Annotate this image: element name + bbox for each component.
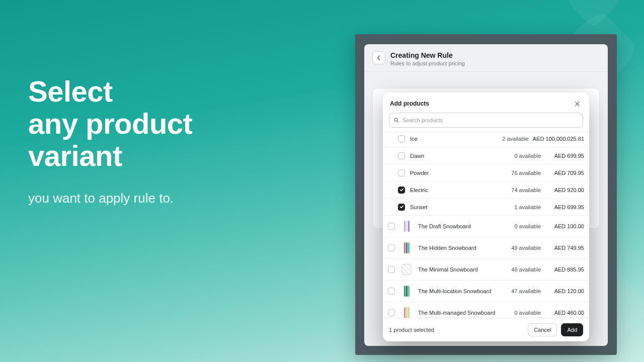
price-label: AED 920.00	[545, 187, 584, 193]
availability-label: 0 available	[514, 153, 541, 159]
availability-label: 48 available	[511, 266, 541, 273]
variant-row[interactable]: Sunset1 availableAED 699.95	[383, 199, 589, 216]
modal-title: Add products	[390, 100, 429, 107]
price-label: AED 885.95	[545, 266, 584, 273]
promo-headline: Select any product variant	[28, 75, 192, 171]
checkbox[interactable]	[388, 244, 395, 251]
promo-subhead: you want to apply rule to.	[28, 191, 192, 206]
page-subtitle: Rules to adjust product pricing	[390, 60, 465, 66]
product-row[interactable]: The Draft Snowboard0 availableAED 100.00	[383, 216, 589, 237]
add-products-modal: Add products Ice2 availableAED 100,000,0…	[383, 93, 589, 341]
availability-label: 1 available	[514, 204, 541, 210]
product-row[interactable]: The Multi-location Snowboard47 available…	[383, 281, 589, 302]
checkbox[interactable]	[398, 152, 405, 159]
availability-label: 2 available	[502, 136, 529, 142]
variant-name: Dawn	[410, 153, 514, 159]
price-label: AED 100,000,025.81	[533, 136, 584, 142]
availability-label: 0 available	[514, 310, 541, 316]
product-name: The Hidden Snowboard	[418, 245, 511, 251]
price-label: AED 460.00	[545, 310, 584, 316]
price-label: AED 699.95	[545, 153, 584, 159]
checkbox[interactable]	[398, 169, 405, 176]
product-row[interactable]: The Minimal Snowboard48 availableAED 885…	[383, 259, 589, 281]
add-button[interactable]: Add	[561, 323, 583, 336]
availability-label: 76 available	[511, 170, 541, 176]
availability-label: 47 available	[511, 288, 541, 294]
arrow-left-icon	[376, 55, 382, 61]
price-label: AED 709.95	[545, 170, 584, 176]
checkbox[interactable]	[398, 135, 405, 142]
search-input[interactable]	[403, 117, 579, 123]
product-thumbnail	[401, 220, 412, 233]
checkbox[interactable]	[388, 309, 395, 316]
product-name: The Draft Snowboard	[418, 223, 514, 229]
check-icon	[399, 205, 404, 209]
availability-label: 74 available	[511, 187, 541, 193]
product-thumbnail	[401, 241, 412, 254]
checkbox[interactable]	[388, 266, 395, 273]
variant-row[interactable]: Dawn0 availableAED 699.95	[383, 147, 589, 164]
availability-label: 0 available	[514, 223, 541, 229]
product-list[interactable]: Ice2 availableAED 100,000,025.81Dawn0 av…	[383, 132, 589, 318]
close-button[interactable]	[572, 99, 582, 109]
product-thumbnail	[401, 285, 412, 298]
variant-name: Sunset	[410, 204, 514, 210]
variant-row[interactable]: Powder76 availableAED 709.95	[383, 164, 589, 182]
back-button[interactable]	[372, 51, 385, 64]
variant-row[interactable]: Ice2 availableAED 100,000,025.81	[383, 132, 589, 147]
availability-label: 49 available	[511, 245, 541, 251]
product-name: The Multi-managed Snowboard	[418, 310, 514, 316]
variant-name: Ice	[410, 136, 502, 142]
price-label: AED 699.95	[545, 204, 584, 210]
page-title: Creating New Rule	[390, 51, 465, 59]
checkbox[interactable]	[398, 187, 405, 194]
checkbox[interactable]	[388, 223, 395, 230]
product-name: The Multi-location Snowboard	[418, 288, 511, 294]
checkbox[interactable]	[388, 288, 395, 295]
variant-name: Powder	[410, 170, 511, 176]
check-icon	[399, 188, 404, 192]
product-row[interactable]: The Multi-managed Snowboard0 availableAE…	[383, 302, 589, 318]
search-input-wrapper[interactable]	[389, 113, 583, 128]
product-thumbnail	[401, 263, 412, 276]
app-window: Creating New Rule Rules to adjust produc…	[355, 34, 617, 355]
search-icon	[393, 117, 399, 123]
product-thumbnail	[401, 306, 412, 318]
price-label: AED 749.95	[545, 245, 584, 251]
checkbox[interactable]	[398, 204, 405, 211]
price-label: AED 100.00	[545, 223, 584, 229]
product-row[interactable]: The Hidden Snowboard49 availableAED 749.…	[383, 237, 589, 259]
selection-count: 1 product selected	[389, 327, 524, 333]
cancel-button[interactable]: Cancel	[528, 323, 557, 336]
price-label: AED 120.00	[545, 288, 584, 294]
product-name: The Minimal Snowboard	[418, 266, 511, 273]
variant-row[interactable]: Electric74 availableAED 920.00	[383, 182, 589, 199]
close-icon	[575, 101, 580, 107]
variant-name: Electric	[410, 187, 511, 193]
